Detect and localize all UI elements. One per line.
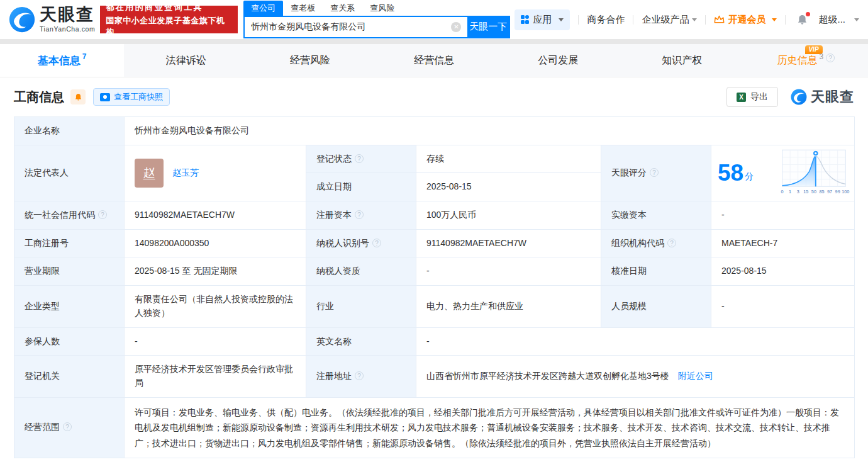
menu-open-vip[interactable]: 开通会员 (714, 14, 777, 26)
svg-text:100: 100 (842, 189, 849, 195)
tab-legal-litigation[interactable]: 法律诉讼 (124, 44, 248, 77)
camera-icon (100, 93, 110, 101)
section-header: 工商信息 查看工商快照 X 导出 天眼查 (14, 77, 854, 116)
search-tab-boss[interactable]: 查老板 (283, 1, 323, 16)
divider (578, 15, 579, 25)
chevron-down-icon (692, 18, 697, 21)
bell-icon (74, 93, 82, 101)
apps-label: 应用 (533, 14, 552, 26)
monitor-bell-button[interactable] (70, 89, 86, 104)
tab-count: 3 (820, 52, 824, 61)
approve-value: 2025-08-15 (711, 257, 855, 286)
watermark-logo: 天眼查 (791, 87, 854, 106)
menu-enterprise-products[interactable]: 企业级产品 (642, 14, 697, 26)
legal-rep-avatar[interactable]: 赵 (135, 159, 164, 188)
tab-label: 经营风险 (290, 54, 330, 67)
score-value: 58 (718, 161, 743, 184)
notification-dot (806, 12, 810, 16)
logo-swirl-icon (791, 89, 807, 105)
search-tab-risk[interactable]: 查风险 (362, 1, 402, 16)
tab-label: 经营信息 (414, 54, 454, 67)
taxid-label: 纳税人识别号 (316, 238, 369, 248)
notification-bell[interactable] (796, 14, 808, 26)
view-business-snapshot-button[interactable]: 查看工商快照 (93, 88, 170, 106)
user-menu[interactable]: 超级... (818, 14, 845, 26)
crown-icon (714, 15, 725, 24)
excel-icon: X (737, 93, 746, 102)
svg-text:99: 99 (835, 189, 840, 195)
regcap-label-cell: 注册资本 (306, 201, 416, 230)
promo-banner[interactable]: 都在用的商业查询工具 国家中小企业发展子基金旗下机构 (100, 6, 238, 33)
help-icon[interactable] (826, 54, 835, 62)
table-row: 工商注册号 14098200A000350 纳税人识别号 91140982MAE… (14, 229, 855, 257)
tianyan-score-cell[interactable]: 58 分 (711, 145, 855, 201)
help-icon[interactable] (98, 210, 107, 219)
table-row: 统一社会信用代码 91140982MAETAECH7W 注册资本 100万人民币… (14, 201, 855, 230)
tab-operating-risk[interactable]: 经营风险 (248, 44, 372, 77)
orgcode-label-cell: 组织机构代码 (601, 229, 711, 257)
approve-label: 核准日期 (601, 257, 711, 286)
company-name-value: 忻州市金朔风电设备有限公司 (125, 117, 855, 145)
uscc-label-cell: 统一社会信用代码 (14, 201, 125, 230)
chevron-down-icon[interactable] (854, 18, 859, 21)
nearby-companies-link[interactable]: 附近公司 (678, 371, 713, 381)
tab-label: 知识产权 (662, 54, 702, 67)
apps-menu[interactable]: 应用 (515, 9, 570, 30)
score-unit: 分 (745, 170, 754, 184)
paidcap-value: - (711, 201, 855, 230)
company-nav-tabs: 基本信息 7 法律诉讼 经营风险 经营信息 公司发展 知识产权 历史信息 VIP… (0, 44, 868, 77)
taxqual-value: - (416, 257, 601, 286)
address-label: 注册地址 (316, 371, 352, 381)
help-icon[interactable] (355, 371, 364, 380)
legal-rep-link[interactable]: 赵玉芳 (172, 166, 199, 180)
tianyancha-logo[interactable]: 天眼查 TianYanCha.com (9, 6, 95, 33)
address-label-cell: 注册地址 (306, 356, 416, 397)
enterprise-label: 企业级产品 (642, 14, 689, 25)
tab-operating-info[interactable]: 经营信息 (372, 44, 496, 77)
orgcode-value: MAETAECH-7 (711, 229, 855, 257)
divider (785, 15, 786, 25)
brand-domain: TianYanCha.com (40, 25, 95, 33)
search-button[interactable]: 天眼一下 (467, 17, 509, 37)
help-icon[interactable] (63, 422, 72, 431)
tab-basic-info[interactable]: 基本信息 7 (0, 44, 124, 77)
tab-company-development[interactable]: 公司发展 (496, 44, 620, 77)
taxid-label-cell: 纳税人识别号 (306, 229, 416, 257)
en-name-label: 英文名称 (306, 327, 416, 356)
uscc-label: 统一社会信用代码 (25, 210, 95, 220)
svg-text:1: 1 (789, 189, 791, 195)
table-row: 参保人数 - 英文名称 - (14, 327, 855, 356)
search-tab-company[interactable]: 查公司 (243, 1, 283, 16)
apps-grid-icon (521, 15, 530, 24)
svg-text:50: 50 (811, 189, 816, 195)
export-button[interactable]: X 导出 (726, 87, 778, 107)
clear-search-icon[interactable]: ✕ (451, 22, 461, 32)
watermark-text: 天眼查 (811, 87, 854, 106)
type-label: 企业类型 (14, 286, 125, 327)
established-label: 成立日期 (306, 173, 416, 201)
business-info-table: 企业名称 忻州市金朔风电设备有限公司 法定代表人 赵 赵玉芳 登记状态 存续 天… (14, 116, 855, 458)
scope-label-cell: 经营范围 (14, 397, 125, 458)
help-icon[interactable] (355, 210, 364, 219)
search-tab-relation[interactable]: 查关系 (323, 1, 362, 16)
export-label: 导出 (750, 91, 768, 103)
type-value: 有限责任公司（非自然人投资或控股的法人独资） (125, 286, 306, 327)
industry-value: 电力、热力生产和供应业 (416, 286, 601, 327)
paidcap-label: 实缴资本 (601, 201, 711, 230)
tab-intellectual-property[interactable]: 知识产权 (620, 44, 744, 77)
svg-text:97: 97 (827, 189, 832, 195)
help-icon[interactable] (650, 168, 659, 177)
menu-business-cooperation[interactable]: 商务合作 (587, 14, 625, 26)
section-title: 工商信息 (14, 89, 64, 106)
help-icon[interactable] (355, 154, 364, 163)
help-icon[interactable] (372, 239, 381, 247)
vip-label: 开通会员 (728, 14, 765, 26)
regno-label: 工商注册号 (14, 229, 125, 257)
reg-status-value: 存续 (416, 145, 601, 173)
tab-label: 法律诉讼 (166, 54, 206, 67)
help-icon[interactable] (667, 239, 676, 247)
banner-line1: 都在用的商业查询工具 (106, 2, 232, 13)
tab-history-info[interactable]: 历史信息 VIP 3 (744, 44, 868, 77)
tab-count: 7 (82, 52, 87, 61)
search-input[interactable] (245, 17, 451, 37)
